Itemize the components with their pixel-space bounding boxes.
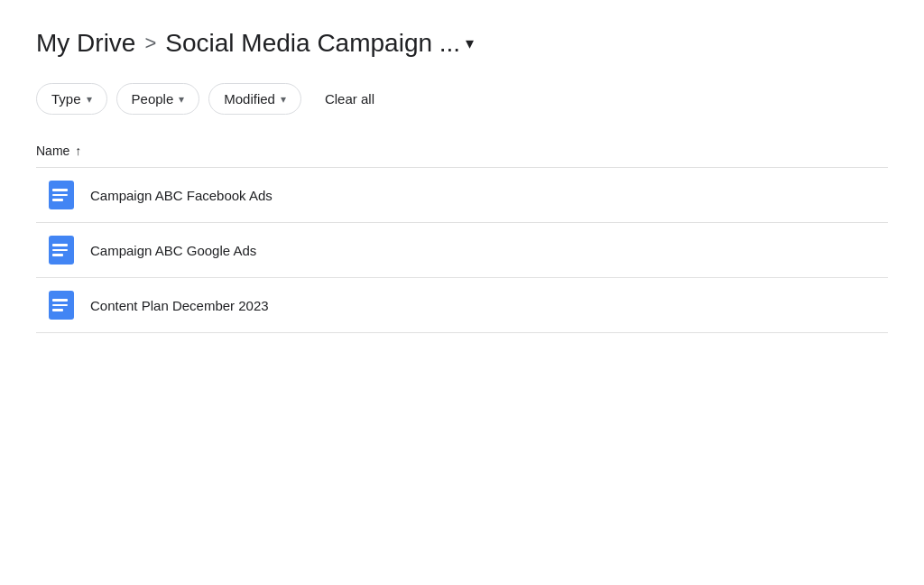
folder-dropdown-icon: ▾ — [466, 33, 474, 53]
file-name-1: Campaign ABC Facebook Ads — [90, 188, 273, 203]
modified-filter-label: Modified — [224, 91, 275, 107]
type-filter-chevron: ▾ — [87, 93, 92, 106]
doc-icon-1 — [47, 181, 76, 209]
file-list-header: Name ↑ — [36, 136, 888, 168]
modified-filter-button[interactable]: Modified ▾ — [208, 83, 301, 115]
doc-icon-2 — [47, 236, 76, 265]
sort-ascending-icon[interactable]: ↑ — [75, 144, 81, 158]
doc-icon-3 — [47, 291, 76, 320]
breadcrumb-current-folder[interactable]: Social Media Campaign ... ▾ — [165, 29, 474, 58]
clear-all-button[interactable]: Clear all — [314, 84, 385, 114]
file-name-2: Campaign ABC Google Ads — [90, 243, 256, 258]
filter-bar: Type ▾ People ▾ Modified ▾ Clear all — [36, 83, 888, 115]
table-row[interactable]: Campaign ABC Google Ads — [36, 223, 888, 278]
type-filter-button[interactable]: Type ▾ — [36, 83, 107, 115]
current-folder-label: Social Media Campaign ... — [165, 29, 460, 58]
breadcrumb-separator: > — [144, 32, 156, 55]
table-row[interactable]: Campaign ABC Facebook Ads — [36, 168, 888, 223]
type-filter-label: Type — [51, 91, 81, 107]
people-filter-chevron: ▾ — [179, 93, 184, 106]
name-column-header: Name — [36, 144, 69, 158]
table-row[interactable]: Content Plan December 2023 — [36, 278, 888, 333]
people-filter-button[interactable]: People ▾ — [116, 83, 200, 115]
breadcrumb: My Drive > Social Media Campaign ... ▾ — [36, 29, 888, 58]
page-container: My Drive > Social Media Campaign ... ▾ T… — [0, 0, 924, 333]
file-name-3: Content Plan December 2023 — [90, 298, 269, 313]
file-list: Name ↑ Campaign ABC Facebook Ads — [36, 136, 888, 333]
people-filter-label: People — [132, 91, 174, 107]
breadcrumb-my-drive[interactable]: My Drive — [36, 29, 135, 58]
modified-filter-chevron: ▾ — [281, 93, 286, 106]
